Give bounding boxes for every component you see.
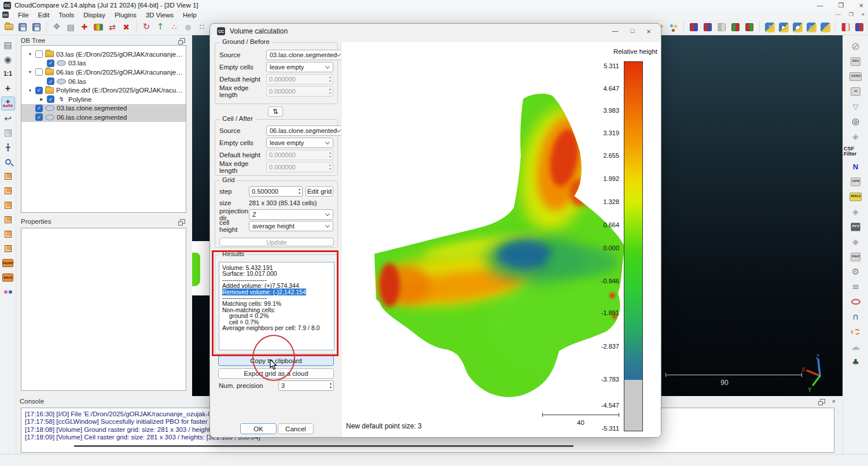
view-front-icon[interactable] <box>2 170 14 183</box>
expander-icon[interactable]: ▶ <box>39 97 45 102</box>
compute-normals-icon[interactable]: ↑ <box>154 21 167 34</box>
facets-icon[interactable]: ◈ <box>849 130 862 143</box>
visibility-checkbox[interactable]: ✓ <box>35 87 43 94</box>
python-editor-icon[interactable]: ✎ <box>763 21 776 34</box>
dialog-render-view[interactable]: Relative height 5.3114.6473.9833.3192.65… <box>341 42 661 437</box>
statistics-icon[interactable]: ∷ <box>196 21 208 34</box>
display-options-icon[interactable]: ▤ <box>2 39 14 51</box>
tree-item[interactable]: ✓03.las.clone.segmented <box>21 104 186 113</box>
ceil-default-height-input[interactable]: 0.000000▴▾ <box>266 150 333 160</box>
save-all-icon[interactable] <box>30 21 43 34</box>
poisson-recon-icon[interactable]: ◆ <box>849 235 862 248</box>
results-text-area[interactable]: Volume: 5,432.191Surface: 10,017.000----… <box>219 262 334 350</box>
tree-item[interactable]: ✓06.las <box>21 77 186 86</box>
dialog-title-bar[interactable]: CC Volume calculation <box>210 24 661 39</box>
menu-file[interactable]: File <box>13 12 34 19</box>
view-left-icon[interactable] <box>2 199 14 212</box>
tree-item[interactable]: ▼✓Polyline.dxf (E:/Dron/2025/gORJAK/racu… <box>21 86 186 95</box>
ok-button[interactable]: OK <box>240 423 277 434</box>
mdi-minimize-button[interactable]: — <box>836 12 841 17</box>
compute-octree-icon[interactable]: ● <box>182 21 194 34</box>
grid-cell-height-select[interactable]: average height <box>249 221 333 231</box>
ground-default-height-input[interactable]: 0.000000▴▾ <box>266 74 333 84</box>
menu-plugins[interactable]: Plugins <box>110 12 141 19</box>
menu-help[interactable]: Help <box>178 12 201 19</box>
hough-normals-icon[interactable]: N <box>852 160 859 173</box>
python-run-icon[interactable]: ▶ <box>777 21 790 34</box>
extra-plugin-1-icon[interactable] <box>839 21 852 34</box>
python-console-icon[interactable]: » <box>819 21 832 34</box>
grid-projection-select[interactable]: Z <box>249 209 333 220</box>
mdi-restore-button[interactable]: ❐ <box>849 12 854 17</box>
visibility-checkbox[interactable]: ✓ <box>47 77 54 85</box>
plugin-compare-3-icon[interactable] <box>715 21 728 34</box>
segment-icon[interactable] <box>92 21 105 34</box>
delete-icon[interactable]: ✖ <box>120 21 133 34</box>
view-top-icon[interactable] <box>2 228 14 241</box>
properties-float-icon[interactable] <box>180 219 185 224</box>
tree-item[interactable]: ▼06.las (E:/Dron/2025/gORJAK/racunanje_o… <box>21 68 186 77</box>
point-list-picking-icon[interactable]: ✚ <box>78 21 91 34</box>
plugin-compare-5-icon[interactable] <box>743 21 756 34</box>
menu-display[interactable]: Display <box>79 12 110 19</box>
extra-plugin-2-icon[interactable] <box>853 21 866 34</box>
mesh-boolean-icon[interactable]: ∩ <box>849 310 862 323</box>
properties-list-icon[interactable]: ▤ <box>64 21 77 34</box>
masonry-icon[interactable] <box>849 326 862 338</box>
console-hscrollbar[interactable] <box>74 445 573 447</box>
swap-clouds-button[interactable]: ⇅ <box>268 106 283 117</box>
treeiso-icon[interactable]: ♣ <box>849 356 862 368</box>
db-tree-float-icon[interactable] <box>180 38 185 43</box>
plugin-compare-1-icon[interactable] <box>687 21 700 34</box>
ceil-source-select[interactable]: 06.las.clone.segmented <box>266 125 344 136</box>
plugin-compare-2-icon[interactable] <box>701 21 714 34</box>
open-icon[interactable] <box>2 21 15 34</box>
pivot-auto-icon[interactable]: +auto <box>1 97 15 110</box>
menu-edit[interactable]: Edit <box>34 12 54 19</box>
update-button[interactable]: Update <box>219 238 334 246</box>
translate-rotate-icon[interactable]: ⇄ <box>106 21 119 34</box>
sra-icon[interactable]: ⚙ <box>849 265 862 278</box>
close-button[interactable]: × <box>859 2 863 9</box>
ransac-icon[interactable]: R&D <box>849 250 862 263</box>
broom-icon[interactable]: ▽ <box>849 100 862 113</box>
3dmasc-train-icon[interactable] <box>667 21 680 34</box>
menu-tools[interactable]: Tools <box>54 12 79 19</box>
ssao-shader-icon[interactable]: SSAO <box>849 70 862 83</box>
apply-transformation-icon[interactable]: ❖ <box>50 21 63 34</box>
dialog-close-button[interactable]: × <box>645 27 653 36</box>
screenshot-icon[interactable]: ◉ <box>2 53 14 66</box>
hpr-icon[interactable]: HPR <box>849 175 862 188</box>
ground-empty-cells-select[interactable]: leave empty <box>266 62 333 72</box>
tree-item[interactable]: ✓06.las.clone.segmented <box>21 113 186 122</box>
menu-3d-views[interactable]: 3D Views <box>141 12 178 19</box>
cloud-layers-icon[interactable]: ≡ <box>849 280 862 293</box>
expander-icon[interactable]: ▼ <box>27 52 33 56</box>
plugin-compare-4-icon[interactable] <box>729 21 742 34</box>
ground-source-select[interactable]: 03.las.clone.segmented <box>266 50 344 60</box>
rotation-mode-icon[interactable]: ↩ <box>2 112 14 125</box>
visibility-checkbox[interactable] <box>35 50 43 58</box>
view-right-icon[interactable] <box>2 213 14 226</box>
expander-icon[interactable]: ▼ <box>27 70 33 74</box>
zoom-1-1-icon[interactable]: 1:1 <box>3 68 12 80</box>
register-icon[interactable]: ↻ <box>140 21 153 34</box>
camera-front-icon[interactable]: FRONT <box>2 257 14 269</box>
canupo-icon[interactable]: ◈ <box>849 205 862 218</box>
ceil-max-edge-input[interactable]: 0.000000▴▾ <box>266 162 333 172</box>
visibility-checkbox[interactable]: ✓ <box>47 95 54 103</box>
zoom-tool-icon[interactable] <box>2 156 14 168</box>
edit-grid-button[interactable]: Edit grid <box>306 186 333 197</box>
visibility-checkbox[interactable] <box>35 68 43 76</box>
dialog-minimize-button[interactable]: — <box>611 27 619 34</box>
restore-button[interactable]: ❐ <box>838 2 844 9</box>
disable-shader-icon[interactable]: ⊘ <box>849 40 862 53</box>
visibility-checkbox[interactable]: ✓ <box>47 60 54 67</box>
python-docs-icon[interactable]: ▤ <box>805 21 818 34</box>
console-float-icon[interactable] <box>820 399 825 404</box>
cancel-button[interactable]: Cancel <box>278 423 314 434</box>
pan-mode-icon[interactable]: ╋ <box>2 141 14 154</box>
dialog-maximize-button[interactable]: □ <box>628 27 637 34</box>
pcv-icon[interactable]: PCV <box>849 220 862 233</box>
save-icon[interactable] <box>16 21 29 34</box>
